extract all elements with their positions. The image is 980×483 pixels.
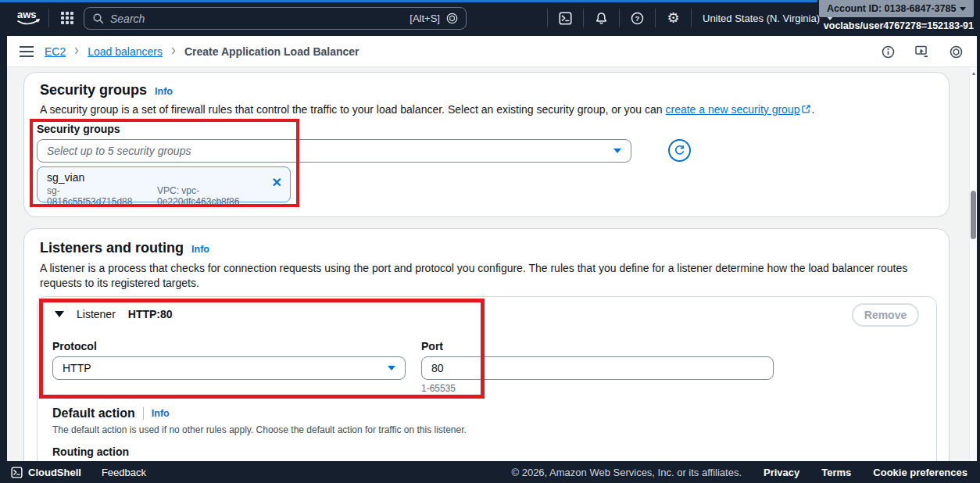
cloudshell-icon[interactable] [548, 12, 583, 25]
chevron-down-icon [960, 7, 966, 11]
account-id-label: Account ID: 0138-6847-3785 [827, 3, 956, 14]
security-groups-select[interactable]: Select up to 5 security groups [37, 139, 631, 163]
info-link[interactable]: Info [191, 244, 209, 255]
scrollbar-thumb[interactable] [971, 191, 976, 239]
info-icon[interactable] [882, 45, 895, 59]
listeners-routing-section: Listeners and routing Info A listener is… [23, 228, 950, 483]
protocol-label: Protocol [52, 340, 97, 352]
search-input[interactable] [110, 13, 403, 25]
apps-grid-icon[interactable] [61, 12, 73, 24]
new-console-layout-icon[interactable] [915, 45, 929, 58]
cloudshell-label: CloudShell [28, 467, 81, 478]
port-input[interactable] [421, 356, 774, 380]
global-search[interactable]: [Alt+S] [84, 7, 467, 30]
topnav-icon-group: ? ⚙ United States (N. Virginia) [547, 0, 845, 36]
refresh-button[interactable] [668, 139, 691, 162]
svg-text:aws: aws [17, 9, 37, 20]
port-range-hint: 1-65535 [421, 383, 456, 394]
breadcrumb-bar: EC2 Load balancers Create Application Lo… [0, 36, 980, 67]
divider [48, 9, 49, 27]
amazon-q-icon[interactable] [950, 45, 963, 59]
section-description: A security group is a set of firewall ru… [40, 102, 814, 118]
section-title: Listeners and routing [40, 240, 184, 256]
port-label: Port [421, 340, 443, 352]
feedback-button[interactable]: Feedback [102, 467, 146, 478]
help-icon[interactable]: ? [620, 12, 655, 25]
notifications-bell-icon[interactable] [584, 12, 619, 25]
listener-card: Listener HTTP:80 Remove Protocol HTTP Po… [37, 296, 937, 483]
window-right-edge [977, 36, 980, 461]
scroll-up-arrow-icon[interactable]: ▲ [970, 70, 978, 76]
chevron-down-icon [613, 148, 621, 153]
breadcrumb: EC2 Load balancers Create Application Lo… [45, 36, 359, 67]
create-security-group-link[interactable]: create a new security group [666, 103, 800, 116]
collapse-listener-icon[interactable] [55, 311, 64, 317]
cookie-preferences-link[interactable]: Cookie preferences [873, 467, 967, 478]
dismiss-token-icon[interactable]: ✕ [272, 177, 282, 189]
copyright-text: © 2026, Amazon Web Services, Inc. or its… [511, 467, 742, 478]
breadcrumb-current-page: Create Application Load Balancer [184, 45, 359, 58]
region-label: United States (N. Virginia) [703, 13, 820, 24]
chevron-down-icon [388, 366, 395, 370]
breadcrumb-link-ec2[interactable]: EC2 [45, 45, 66, 58]
svg-text:?: ? [635, 13, 640, 22]
section-title: Security groups [40, 82, 147, 98]
cloudshell-icon [11, 467, 23, 478]
federated-user-label: voclabs/user4767278=152183-91 [824, 20, 974, 31]
selected-security-group-token: sg_vian sg-0816c55f53d715d88 VPC: vpc-0e… [37, 166, 291, 202]
security-group-id: sg-0816c55f53d715d88 [47, 185, 145, 207]
terms-link[interactable]: Terms [821, 467, 851, 478]
aws-logo[interactable]: aws [16, 8, 42, 28]
protocol-value: HTTP [63, 362, 91, 374]
default-action-description: The default action is used if no other r… [52, 424, 467, 435]
search-icon [92, 13, 104, 24]
select-placeholder: Select up to 5 security groups [47, 145, 191, 157]
security-group-name: sg_vian [47, 171, 281, 184]
chevron-right-icon [73, 45, 80, 58]
window-left-edge [0, 36, 7, 461]
page-tool-icons [882, 36, 963, 67]
listener-value: HTTP:80 [128, 308, 173, 320]
section-description: A listener is a process that checks for … [40, 261, 935, 291]
protocol-select[interactable]: HTTP [52, 356, 406, 380]
privacy-link[interactable]: Privacy [764, 467, 799, 478]
settings-gear-icon[interactable]: ⚙ [656, 11, 691, 25]
account-area: Account ID: 0138-6847-3785 voclabs/user4… [816, 0, 980, 36]
footer-bar: CloudShell Feedback © 2026, Amazon Web S… [0, 461, 980, 483]
side-nav-toggle[interactable] [20, 46, 34, 60]
top-navigation-bar: aws [Alt+S] ? ⚙ Uni [0, 0, 980, 36]
listener-label: Listener [77, 308, 116, 320]
info-link[interactable]: Info [155, 86, 173, 97]
breadcrumb-link-load-balancers[interactable]: Load balancers [88, 45, 163, 58]
default-action-title: Default action [52, 406, 135, 420]
vertical-scrollbar[interactable]: ▲ [969, 67, 977, 461]
cloudshell-button[interactable]: CloudShell [11, 467, 81, 478]
security-group-vpc: VPC: vpc-0e220dfc463cb8f86 [157, 185, 281, 207]
amazon-q-icon [446, 13, 458, 24]
security-groups-field-label: Security groups [37, 123, 120, 135]
remove-listener-button[interactable]: Remove [852, 303, 919, 327]
external-link-icon [801, 103, 811, 118]
divider [143, 407, 144, 420]
routing-action-label: Routing action [52, 445, 129, 458]
chevron-right-icon [170, 45, 177, 58]
security-groups-section: Security groups Info A security group is… [23, 72, 950, 217]
info-link[interactable]: Info [152, 408, 170, 419]
search-shortcut-hint: [Alt+S] [410, 13, 440, 24]
account-id-menu[interactable]: Account ID: 0138-6847-3785 [819, 0, 974, 17]
